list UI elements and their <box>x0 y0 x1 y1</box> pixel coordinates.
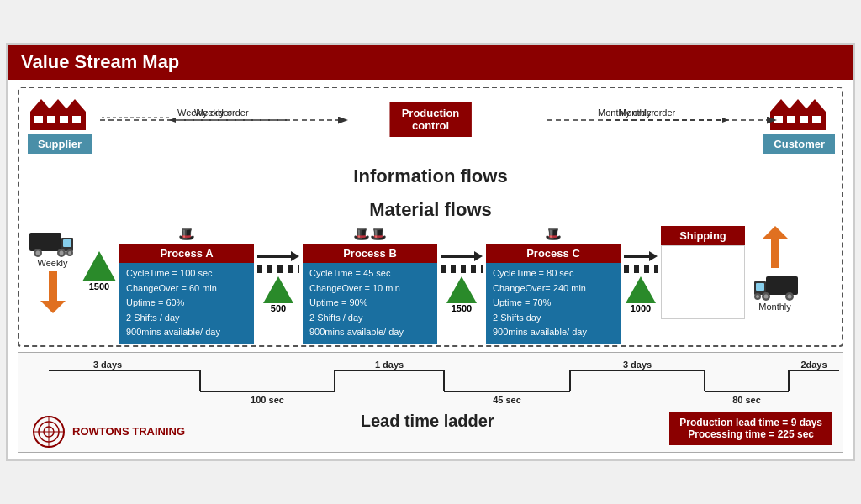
svg-marker-42 <box>263 276 293 303</box>
process-c-cycle: CycleTime = 80 sec <box>493 266 614 281</box>
customer-label: Customer <box>763 134 835 154</box>
process-a-info: CycleTime = 100 sec ChangeOver = 60 min … <box>119 263 254 344</box>
inventory-triangle-bc <box>446 276 477 303</box>
conn-cs: 1000 <box>624 226 658 313</box>
production-lead-time: Production lead time = 9 days <box>679 417 822 428</box>
supplier-label: Supplier <box>28 134 92 154</box>
process-b-changeover: ChangeOver = 10 min <box>309 281 430 297</box>
svg-rect-46 <box>771 239 779 268</box>
inventory-bc-count: 1500 <box>452 303 472 313</box>
svg-text:3 days: 3 days <box>93 360 122 370</box>
process-b-header: Process B <box>303 244 437 263</box>
inventory-triangle-cs <box>626 276 656 303</box>
conn-bc: 1500 <box>441 226 483 313</box>
initial-inventory-block: 1500 <box>82 251 116 291</box>
customer-delivery-block: Monthly <box>752 226 798 312</box>
material-flows-title: Material flows <box>26 199 835 221</box>
orange-arrow-up-right <box>763 226 788 268</box>
process-c-block: 🎩 Process C CycleTime = 80 sec ChangeOve… <box>486 226 621 344</box>
process-a-header: Process A <box>119 244 254 263</box>
svg-rect-12 <box>774 116 783 123</box>
svg-marker-41 <box>82 251 116 281</box>
svg-marker-25 <box>169 118 176 123</box>
processing-time: Processing time = 225 sec <box>679 428 822 440</box>
svg-text:80 sec: 80 sec <box>732 395 761 405</box>
shipping-block: Shipping <box>661 226 745 319</box>
process-b-uptime: Uptime = 90% <box>309 296 430 311</box>
process-b-cycle: CycleTime = 45 sec <box>309 266 430 281</box>
process-a-block: 🎩 Process A CycleTime = 100 sec ChangeOv… <box>119 226 254 344</box>
svg-text:Weekly order: Weekly order <box>177 108 232 118</box>
process-b-available: 900mins available/ day <box>309 325 430 340</box>
svg-marker-2 <box>64 99 86 112</box>
svg-rect-7 <box>72 116 81 123</box>
process-a-shifts: 2 Shifts / day <box>126 311 247 326</box>
initial-inventory-count: 1500 <box>89 281 109 291</box>
monthly-label: Monthly <box>758 302 791 312</box>
supplier-delivery-block: Weekly <box>29 226 76 313</box>
svg-rect-49 <box>756 283 764 291</box>
process-a-available: 900mins available/ day <box>126 325 247 340</box>
svg-marker-45 <box>763 226 788 239</box>
title-bar: Value Stream Map <box>8 45 853 80</box>
svg-point-55 <box>756 295 759 298</box>
svg-point-38 <box>68 251 71 255</box>
customer-block: Customer <box>763 95 835 154</box>
process-c-operator: 🎩 <box>545 226 562 242</box>
svg-marker-44 <box>626 276 656 303</box>
main-area: Supplier Production control <box>8 80 853 459</box>
process-b-info: CycleTime = 45 sec ChangeOver = 10 min U… <box>303 263 437 344</box>
truck-right-icon <box>752 270 798 302</box>
svg-rect-47 <box>766 276 798 295</box>
svg-rect-5 <box>47 116 55 123</box>
svg-rect-15 <box>812 116 821 123</box>
svg-marker-43 <box>446 276 477 303</box>
process-c-available: 900mins available/ day <box>493 325 614 340</box>
svg-text:3 days: 3 days <box>623 360 652 370</box>
supplier-block: Supplier <box>26 95 93 154</box>
svg-point-36 <box>60 251 64 255</box>
svg-rect-13 <box>787 116 795 123</box>
info-flows-section: Supplier Production control <box>19 88 842 194</box>
process-a-uptime: Uptime = 60% <box>126 296 247 311</box>
svg-rect-39 <box>49 271 57 301</box>
lead-time-bottom-row: ROWTONS TRAINING Lead time ladder Produc… <box>32 412 832 449</box>
process-row: Weekly 1500 <box>26 226 835 344</box>
inventory-triangle-ab <box>263 276 293 303</box>
material-flows-section: Material flows <box>19 194 842 345</box>
process-c-info: CycleTime = 80 sec ChangeOver= 240 min U… <box>486 263 621 344</box>
svg-rect-30 <box>29 233 61 251</box>
svg-text:45 sec: 45 sec <box>493 395 521 405</box>
svg-rect-14 <box>800 116 808 123</box>
inventory-triangle-initial <box>82 251 116 281</box>
process-c-changeover: ChangeOver= 240 min <box>493 281 614 297</box>
svg-marker-28 <box>722 118 729 123</box>
svg-point-34 <box>36 251 40 255</box>
page-title: Value Stream Map <box>21 51 179 72</box>
svg-text:1 days: 1 days <box>375 360 404 370</box>
lead-time-info-box: Production lead time = 9 days Processing… <box>669 412 832 445</box>
info-flows-title: Information flows <box>26 165 835 187</box>
brand-logo-icon <box>32 415 66 449</box>
diagram-wrapper: Value Stream Map <box>6 43 855 461</box>
truck-left-icon <box>29 226 76 258</box>
process-b-shifts: 2 Shifts / day <box>309 311 430 326</box>
inventory-ab-count: 500 <box>271 303 286 313</box>
process-b-block: 🎩🎩 Process B CycleTime = 45 sec ChangeOv… <box>303 226 437 344</box>
brand-block: ROWTONS TRAINING <box>32 415 185 449</box>
svg-rect-32 <box>63 239 71 247</box>
svg-marker-40 <box>40 301 66 313</box>
svg-text:Monthly order: Monthly order <box>619 108 676 118</box>
conn-ab: 500 <box>257 226 299 313</box>
svg-rect-6 <box>60 116 68 123</box>
shipping-header: Shipping <box>661 226 745 245</box>
process-a-operator: 🎩 <box>178 226 195 242</box>
orange-arrow-down-left <box>40 271 66 313</box>
svg-point-53 <box>764 295 769 299</box>
svg-text:2days: 2days <box>800 360 827 370</box>
process-c-uptime: Uptime = 70% <box>493 296 614 311</box>
svg-text:Weekly order: Weekly order <box>194 108 249 118</box>
svg-text:100 sec: 100 sec <box>251 395 284 405</box>
weekly-label: Weekly <box>38 258 68 268</box>
info-material-section: Supplier Production control <box>18 87 843 347</box>
